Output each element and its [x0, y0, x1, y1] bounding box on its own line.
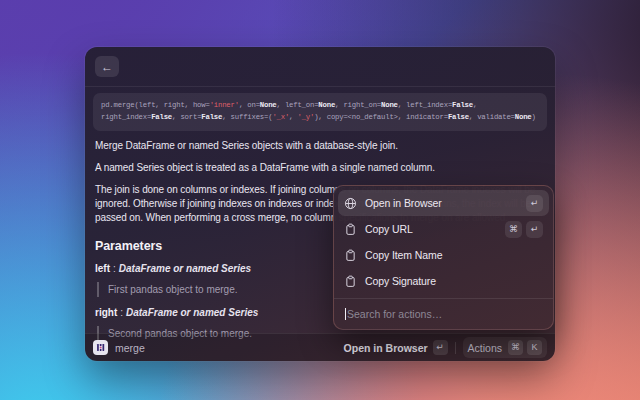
param-name: left: [95, 263, 110, 274]
param-separator: :: [120, 307, 123, 318]
window-footer: merge Open in Browser ↵ Actions ⌘ K: [85, 333, 555, 361]
doc-paragraph-1: Merge DataFrame or named Series objects …: [95, 139, 545, 153]
return-key-badge: ↵: [526, 195, 543, 212]
globe-icon: [344, 197, 357, 210]
clipboard-icon: [344, 223, 357, 236]
desktop-background: ← pd.merge(left, right, how='inner', on=…: [0, 0, 640, 400]
k-key-badge: K: [527, 340, 542, 355]
actions-menu-list: Open in Browser ↵ Copy URL ⌘ ↵: [334, 186, 553, 298]
param-type: DataFrame or named Series: [119, 263, 251, 274]
cmd-key-badge: ⌘: [508, 340, 523, 355]
param-name: right: [95, 307, 117, 318]
return-key-badge: ↵: [526, 221, 543, 238]
clipboard-icon: [344, 275, 357, 288]
back-arrow-icon: ←: [101, 60, 113, 74]
footer-divider: [455, 342, 456, 354]
code-signature-block: pd.merge(left, right, how='inner', on=No…: [93, 93, 547, 131]
result-label: merge: [115, 342, 145, 354]
param-type: DataFrame or named Series: [126, 307, 258, 318]
return-key-badge: ↵: [433, 340, 448, 355]
back-button[interactable]: ←: [95, 56, 119, 77]
menu-item-copy-item-name[interactable]: Copy Item Name: [338, 242, 549, 268]
window-header: ←: [85, 47, 555, 87]
menu-item-copy-url[interactable]: Copy URL ⌘ ↵: [338, 216, 549, 242]
cmd-key-badge: ⌘: [505, 221, 522, 238]
text-caret: [345, 308, 346, 320]
menu-item-copy-signature[interactable]: Copy Signature: [338, 268, 549, 294]
open-in-browser-action[interactable]: Open in Browser ↵: [344, 340, 448, 355]
clipboard-icon: [344, 249, 357, 262]
pandas-app-icon: [93, 340, 108, 355]
search-placeholder: Search for actions…: [347, 308, 442, 320]
menu-item-open-in-browser[interactable]: Open in Browser ↵: [338, 190, 549, 216]
actions-button[interactable]: Actions ⌘ K: [463, 337, 547, 358]
actions-search-input[interactable]: Search for actions…: [334, 299, 553, 329]
actions-menu: Open in Browser ↵ Copy URL ⌘ ↵: [333, 185, 554, 330]
param-separator: :: [113, 263, 116, 274]
doc-paragraph-2: A named Series object is treated as a Da…: [95, 161, 545, 175]
